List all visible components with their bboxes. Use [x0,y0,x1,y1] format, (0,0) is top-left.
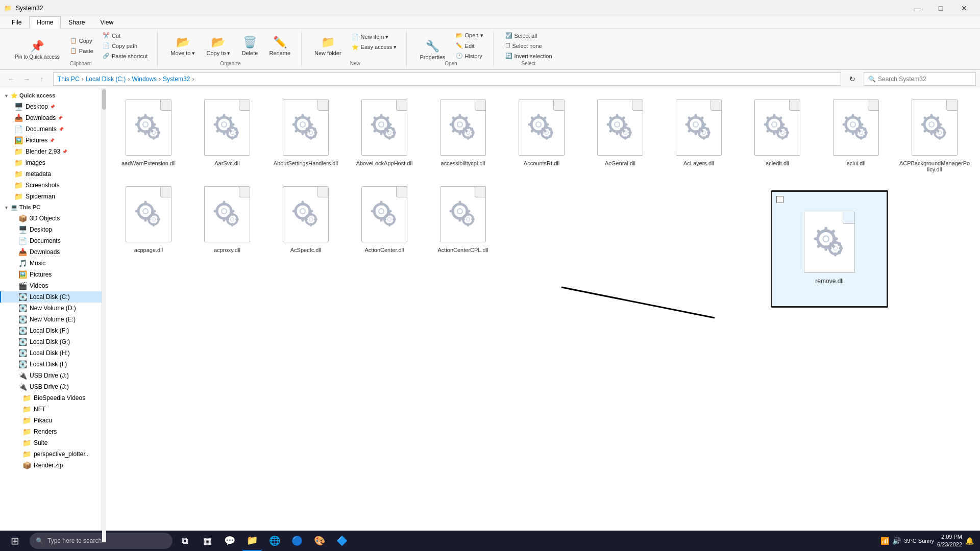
sidebar-item-music[interactable]: 🎵 Music [0,258,102,269]
cut-button[interactable]: ✂️ Cut [99,31,151,40]
network-icon[interactable]: 📶 [880,537,889,545]
file-item-aclui[interactable]: aclui.dll [818,92,894,177]
up-button[interactable]: ↑ [35,72,49,86]
copy-to-button[interactable]: 📂 Copy to ▾ [202,31,235,61]
thispc-header[interactable]: ▼ 💻 This PC [0,202,102,213]
sidebar-item-newvolume-e[interactable]: 💽 New Volume (E:) [0,314,102,325]
path-segment-system32[interactable]: System32 [163,76,190,83]
move-to-button[interactable]: 📂 Move to ▾ [166,31,200,61]
sidebar-item-renders[interactable]: 📁 Renders [0,426,102,437]
file-explorer-taskbar-button[interactable]: 📁 [242,531,262,551]
paste-button[interactable]: 📋 Paste [66,46,97,56]
sidebar-item-downloads[interactable]: 📥 Downloads 📌 [0,112,102,123]
file-item-actioncentercpl[interactable]: ActionCenterCPL.dll [425,179,501,258]
copy-button[interactable]: 📋 Copy [66,36,97,45]
file-item-acppage[interactable]: acppage.dll [110,179,187,258]
minimize-button[interactable]: — [905,0,929,16]
file-item-acledit[interactable]: acledit.dll [739,92,816,177]
sidebar-item-pictures2[interactable]: 🖼️ Pictures [0,269,102,280]
sidebar-item-metadata[interactable]: 📁 metadata [0,168,102,180]
tab-home[interactable]: Home [29,16,61,29]
volume-icon[interactable]: 🔊 [892,537,901,545]
path-segment-thispc[interactable]: This PC [58,76,80,83]
sidebar-item-desktop[interactable]: 🖥️ Desktop 📌 [0,101,102,112]
search-input[interactable] [878,76,971,83]
sidebar-item-nft[interactable]: 📁 NFT [0,404,102,415]
file-item-acgenral[interactable]: AcGenral.dll [582,92,658,177]
popup-checkbox[interactable] [776,196,783,203]
sidebar-item-screenshots[interactable]: 📁 Screenshots [0,180,102,191]
edit-button[interactable]: ✏️ Edit [452,41,487,51]
notification-icon[interactable]: 🔔 [965,537,974,545]
app1-button[interactable]: 🎨 [309,531,330,551]
path-segment-localdisk[interactable]: Local Disk (C:) [86,76,126,83]
tray-time[interactable]: 2:09 PM 6/23/2022 [937,533,962,549]
file-item-accessibilitycpl[interactable]: accessibilitycpl.dll [425,92,501,177]
sidebar-item-localdisk-i[interactable]: 💽 Local Disk (I:) [0,359,102,370]
path-segment-windows[interactable]: Windows [132,76,157,83]
search-box[interactable]: 🔍 [864,72,976,86]
tab-view[interactable]: View [92,16,121,29]
quick-access-header[interactable]: ▼ ⭐ Quick access [0,90,102,101]
file-item-acproxy[interactable]: acproxy.dll [189,179,265,258]
rename-button[interactable]: ✏️ Rename [264,31,295,61]
sidebar-item-perspective[interactable]: 📁 perspective_plotter.. [0,448,102,460]
sidebar-item-usb-j2[interactable]: 🔌 USB Drive (J:) [0,381,102,392]
sidebar-item-documents[interactable]: 📄 Documents 📌 [0,123,102,135]
sidebar-item-localdisk-g[interactable]: 💽 Local Disk (G:) [0,336,102,347]
select-all-button[interactable]: ☑️ Select all [502,31,556,40]
sidebar-item-videos[interactable]: 🎬 Videos [0,280,102,291]
sidebar-item-pikacu[interactable]: 📁 Pikacu [0,415,102,426]
sidebar-item-localdisk-c[interactable]: 💽 Local Disk (C:) [0,291,102,303]
sidebar-item-usb-j[interactable]: 🔌 USB Drive (J:) [0,370,102,381]
new-item-button[interactable]: 📄 New item ▾ [348,32,401,42]
sidebar-item-biospeedia[interactable]: 📁 BioSpeedia Videos [0,392,102,404]
browser1-button[interactable]: 🌐 [264,531,285,551]
teams-button[interactable]: 💬 [219,531,240,551]
open-button[interactable]: 📂 Open ▾ [452,31,487,40]
start-button[interactable]: ⊞ [2,531,28,551]
file-item-abovelockapphost[interactable]: AboveLockAppHost.dll [346,92,423,177]
sidebar-item-desktop2[interactable]: 🖥️ Desktop [0,224,102,235]
new-folder-button[interactable]: 📁 New folder [310,31,346,61]
browser2-button[interactable]: 🔵 [287,531,307,551]
app2-button[interactable]: 🔷 [332,531,352,551]
tab-share[interactable]: Share [61,16,92,29]
tab-file[interactable]: File [4,16,29,29]
paste-shortcut-button[interactable]: 🔗 Paste shortcut [99,51,151,61]
sidebar-item-localdisk-h[interactable]: 💽 Local Disk (H:) [0,347,102,359]
task-view-button[interactable]: ⧉ [175,531,195,551]
sidebar-item-suite[interactable]: 📁 Suite [0,437,102,448]
invert-selection-button[interactable]: 🔄 Invert selection [502,51,556,61]
file-item-acspecfc[interactable]: AcSpecfc.dll [267,179,344,258]
file-item-acpbgmanager[interactable]: ACPBackgroundManagerPolicy.dll [896,92,973,177]
sidebar-item-localdisk-f[interactable]: 💽 Local Disk (F:) [0,325,102,336]
sidebar-item-blender[interactable]: 📁 Blender 2.93 📌 [0,146,102,157]
file-item-aboutsettings[interactable]: AboutSettingsHandlers.dll [267,92,344,177]
file-item-aarsvc[interactable]: AarSvc.dll [189,92,265,177]
forward-button[interactable]: → [19,72,34,86]
address-path[interactable]: This PC › Local Disk (C:) › Windows › Sy… [53,72,841,86]
delete-button[interactable]: 🗑️ Delete [237,31,262,61]
sidebar-item-documents2[interactable]: 📄 Documents [0,235,102,246]
sidebar-item-images[interactable]: 📁 images [0,157,102,168]
copy-path-button[interactable]: 📄 Copy path [99,41,151,51]
sidebar-item-newvolume-d[interactable]: 💽 New Volume (D:) [0,303,102,314]
sidebar-item-downloads2[interactable]: 📥 Downloads [0,246,102,258]
widgets-button[interactable]: ▦ [197,531,217,551]
file-item-accountsrt[interactable]: AccountsRt.dll [503,92,580,177]
file-item-aadwam[interactable]: aadWamExtension.dll [110,92,187,177]
easy-access-button[interactable]: ⭐ Easy access ▾ [348,42,401,52]
sidebar-item-3dobjects[interactable]: 📦 3D Objects [0,213,102,224]
maximize-button[interactable]: □ [929,0,952,16]
sidebar-item-renderzip[interactable]: 📦 Render.zip [0,460,102,471]
file-item-aclayers[interactable]: AcLayers.dll [660,92,737,177]
refresh-button[interactable]: ↻ [845,72,860,86]
back-button[interactable]: ← [4,72,18,86]
close-button[interactable]: ✕ [952,0,976,16]
taskbar-search[interactable]: 🔍 Type here to search [30,533,173,549]
sidebar-item-spiderman[interactable]: 📁 Spiderman [0,191,102,202]
history-button[interactable]: 🕐 History [452,51,487,61]
sidebar-item-pictures[interactable]: 🖼️ Pictures 📌 [0,135,102,146]
file-item-actioncenter[interactable]: ActionCenter.dll [346,179,423,258]
